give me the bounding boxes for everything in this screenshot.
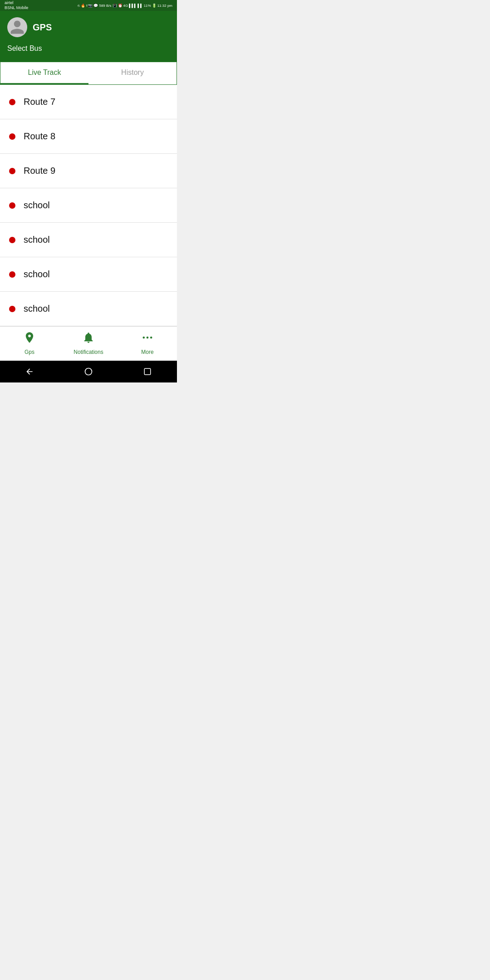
tab-history[interactable]: History <box>88 62 176 84</box>
home-button[interactable] <box>80 363 97 380</box>
status-icons: ⎋ 🔥 f 📷 💬 589 B/s 📳 ⏰ 4G ▌▌▌ ▌▌ 11% 🔋 11… <box>78 4 172 8</box>
list-item[interactable]: school <box>0 223 177 257</box>
bell-icon <box>82 331 95 347</box>
carrier-info: airtel BSNL Mobile <box>5 0 28 10</box>
route-label: school <box>24 269 50 279</box>
route-list: Route 7 Route 8 Route 9 school school sc… <box>0 85 177 326</box>
nav-item-notifications[interactable]: Notifications <box>70 331 107 355</box>
svg-rect-4 <box>144 368 151 375</box>
back-button[interactable] <box>21 363 38 380</box>
svg-point-1 <box>147 337 149 339</box>
app-title: GPS <box>33 22 52 33</box>
select-bus-label: Select Bus <box>7 44 170 53</box>
tab-bar: Live Track History <box>0 62 177 85</box>
list-item[interactable]: Route 7 <box>0 85 177 119</box>
route-dot <box>9 133 15 140</box>
list-item[interactable]: Route 8 <box>0 119 177 154</box>
nav-item-more[interactable]: More <box>129 331 166 355</box>
map-pin-icon <box>23 331 36 347</box>
header: GPS Select Bus <box>0 11 177 62</box>
svg-point-0 <box>143 337 145 339</box>
route-label: Route 8 <box>24 131 55 142</box>
status-bar: airtel BSNL Mobile ⎋ 🔥 f 📷 💬 589 B/s 📳 ⏰… <box>0 0 177 11</box>
list-item[interactable]: school <box>0 188 177 223</box>
route-label: school <box>24 200 50 211</box>
recents-button[interactable] <box>139 363 156 380</box>
bottom-nav: Gps Notifications More <box>0 326 177 361</box>
route-label: school <box>24 235 50 245</box>
list-item[interactable]: school <box>0 292 177 326</box>
svg-point-2 <box>150 337 152 339</box>
route-dot <box>9 237 15 243</box>
more-dots-icon <box>141 331 154 347</box>
tab-live-track[interactable]: Live Track <box>0 62 88 84</box>
route-label: Route 9 <box>24 166 55 176</box>
avatar[interactable] <box>7 17 27 37</box>
list-item[interactable]: school <box>0 257 177 292</box>
route-dot <box>9 306 15 312</box>
list-item[interactable]: Route 9 <box>0 154 177 188</box>
nav-label-more: More <box>141 349 153 355</box>
nav-label-gps: Gps <box>24 349 34 355</box>
svg-point-3 <box>85 368 92 375</box>
nav-label-notifications: Notifications <box>74 349 103 355</box>
route-dot <box>9 168 15 174</box>
route-label: school <box>24 304 50 314</box>
nav-item-gps[interactable]: Gps <box>11 331 48 355</box>
route-dot <box>9 202 15 209</box>
android-nav <box>0 361 177 382</box>
route-dot <box>9 271 15 278</box>
route-label: Route 7 <box>24 97 55 107</box>
route-dot <box>9 99 15 105</box>
